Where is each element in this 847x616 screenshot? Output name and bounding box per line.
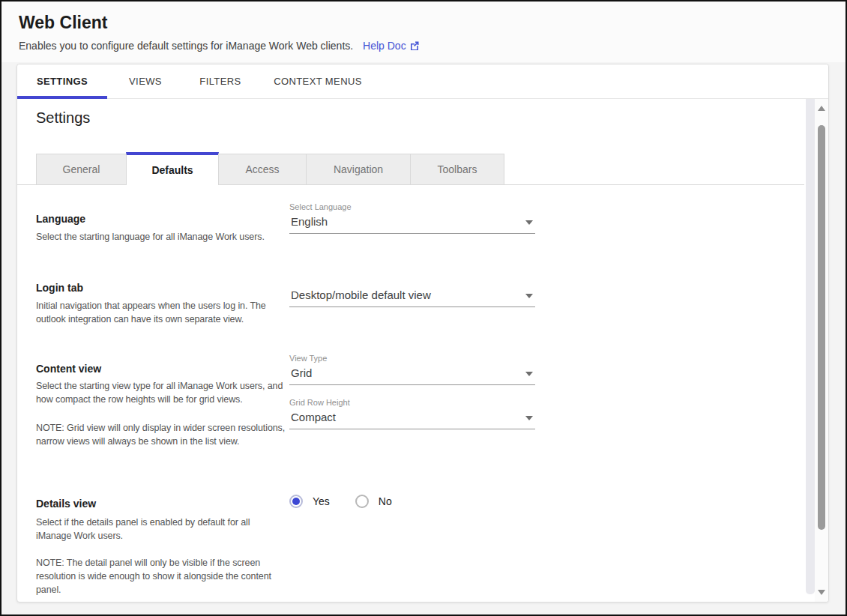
content-view-section-note: NOTE: Grid view will only display in wid… (36, 421, 286, 448)
language-section-description: Select the starting language for all iMa… (36, 230, 286, 244)
settings-card: SETTINGS VIEWS FILTERS CONTEXT MENUS Set… (16, 64, 829, 603)
subtab-general[interactable]: General (36, 154, 127, 184)
language-section-title: Language (36, 213, 283, 225)
radio-selected-dot (292, 498, 300, 505)
external-link-icon (409, 40, 420, 51)
view-type-dropdown-label: View Type (289, 354, 535, 363)
grid-row-height-dropdown-value: Compact (291, 411, 336, 423)
tab-views[interactable]: VIEWS (107, 64, 184, 98)
tab-filters[interactable]: FILTERS (184, 64, 257, 98)
tab-context-menus-label: CONTEXT MENUS (274, 76, 362, 87)
select-language-dropdown[interactable]: Select Language English (289, 202, 535, 234)
subtab-bar: General Defaults Access Navigation Toolb… (36, 154, 504, 185)
scrollbar-thumb[interactable] (818, 125, 825, 530)
dropdown-arrow-icon (525, 294, 533, 298)
radio-no-label: No (379, 495, 392, 507)
select-language-dropdown-label: Select Language (289, 202, 535, 212)
view-type-dropdown-value: Grid (291, 366, 312, 379)
help-doc-link[interactable]: Help Doc (363, 40, 420, 52)
dropdown-arrow-icon (525, 372, 533, 376)
subtab-toolbars-label: Toolbars (438, 163, 477, 175)
radio-no[interactable]: No (355, 495, 392, 508)
tab-filters-label: FILTERS (199, 76, 241, 87)
dropdown-arrow-icon (525, 220, 533, 225)
help-doc-label: Help Doc (363, 40, 406, 52)
login-tab-dropdown-value: Desktop/mobile default view (291, 289, 431, 301)
subtab-access-label: Access (245, 163, 279, 175)
details-view-radio-group: Yes No (289, 495, 392, 508)
subtab-access[interactable]: Access (218, 154, 307, 184)
content-view-section-description: Select the starting view type for all iM… (36, 379, 286, 406)
scroll-down-icon[interactable] (818, 590, 825, 595)
tab-views-label: VIEWS (129, 76, 162, 87)
settings-panel-heading: Settings (36, 109, 90, 127)
grid-row-height-dropdown-label: Grid Row Height (289, 398, 535, 408)
login-tab-section-title: Login tab (36, 282, 283, 294)
details-view-section-note: NOTE: The detail panel will only be visi… (36, 556, 286, 597)
tab-context-menus[interactable]: CONTEXT MENUS (257, 64, 379, 98)
grid-row-height-dropdown[interactable]: Grid Row Height Compact (289, 398, 535, 429)
top-tab-bar: SETTINGS VIEWS FILTERS CONTEXT MENUS (17, 64, 828, 99)
view-type-dropdown[interactable]: View Type Grid (289, 354, 535, 385)
select-language-dropdown-value: English (291, 215, 328, 228)
page-title: Web Client (19, 13, 107, 33)
radio-no-circle-icon (355, 495, 369, 508)
page-subtitle: Enables you to configure default setting… (19, 40, 420, 52)
subtab-defaults[interactable]: Defaults (126, 152, 219, 185)
dropdown-arrow-icon (525, 416, 533, 420)
subtab-defaults-label: Defaults (151, 164, 193, 176)
tab-settings-label: SETTINGS (37, 76, 88, 87)
scroll-gutter (806, 99, 815, 594)
page-header: Web Client Enables you to configure defa… (1, 1, 846, 62)
login-tab-dropdown[interactable]: Desktop/mobile default view (289, 289, 535, 307)
scroll-up-icon[interactable] (818, 106, 825, 111)
login-tab-section-description: Initial navigation that appears when the… (36, 299, 286, 326)
details-view-section-description: Select if the details panel is enabled b… (36, 516, 286, 543)
subtab-general-label: General (63, 163, 100, 175)
vertical-scrollbar[interactable] (815, 99, 828, 602)
web-client-admin-page: Web Client Enables you to configure defa… (0, 0, 847, 616)
radio-yes-circle-icon (289, 495, 303, 508)
radio-yes-label: Yes (313, 495, 330, 507)
subtab-navigation-label: Navigation (334, 163, 383, 175)
radio-yes[interactable]: Yes (289, 495, 330, 508)
tab-settings[interactable]: SETTINGS (17, 64, 107, 98)
page-subtitle-text: Enables you to configure default setting… (19, 40, 353, 52)
details-view-section-title: Details view (36, 498, 283, 510)
active-tab-underline (17, 96, 107, 99)
subtab-navigation[interactable]: Navigation (306, 154, 411, 184)
content-view-section-title: Content view (36, 363, 283, 375)
subtab-toolbars[interactable]: Toolbars (410, 154, 504, 184)
